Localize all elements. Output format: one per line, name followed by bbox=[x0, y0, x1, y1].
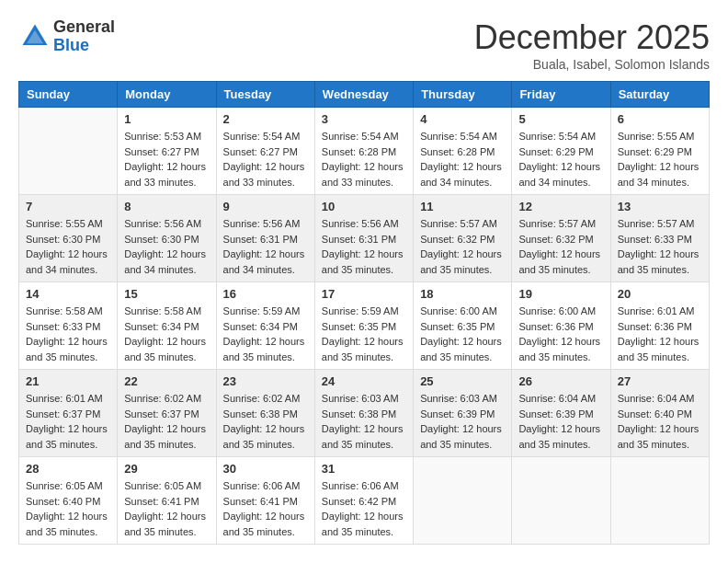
calendar-day-cell: 14Sunrise: 5:58 AMSunset: 6:33 PMDayligh… bbox=[19, 282, 118, 370]
day-info-line: Daylight: 12 hours bbox=[124, 159, 209, 175]
day-info-line: Sunrise: 5:59 AM bbox=[223, 304, 308, 319]
day-info-line: Sunset: 6:30 PM bbox=[26, 232, 110, 247]
day-number: 25 bbox=[420, 374, 505, 388]
day-info-line: and 35 minutes. bbox=[124, 524, 209, 540]
day-number: 2 bbox=[223, 112, 308, 126]
day-header-monday: Monday bbox=[118, 82, 216, 108]
day-info: Sunrise: 5:59 AMSunset: 6:35 PMDaylight:… bbox=[322, 304, 406, 364]
calendar-day-cell: 2Sunrise: 5:54 AMSunset: 6:27 PMDaylight… bbox=[216, 108, 314, 195]
day-number: 6 bbox=[618, 112, 702, 126]
day-info-line: Sunset: 6:32 PM bbox=[420, 232, 505, 247]
day-info: Sunrise: 5:58 AMSunset: 6:34 PMDaylight:… bbox=[124, 304, 209, 364]
day-info-line: Sunrise: 5:57 AM bbox=[420, 216, 505, 232]
calendar-day-cell: 7Sunrise: 5:55 AMSunset: 6:30 PMDaylight… bbox=[19, 195, 118, 282]
day-info-line: Sunset: 6:35 PM bbox=[420, 319, 505, 335]
day-info-line: Sunset: 6:31 PM bbox=[322, 232, 406, 247]
day-info-line: Sunrise: 5:57 AM bbox=[518, 216, 603, 232]
day-info-line: and 34 minutes. bbox=[26, 262, 110, 278]
day-info-line: Sunrise: 5:54 AM bbox=[223, 129, 308, 144]
calendar-day-cell: 28Sunrise: 6:05 AMSunset: 6:40 PMDayligh… bbox=[19, 457, 118, 545]
day-info-line: Sunrise: 5:56 AM bbox=[124, 216, 209, 232]
day-info-line: Sunrise: 5:55 AM bbox=[26, 216, 110, 232]
day-info-line: and 35 minutes. bbox=[420, 350, 505, 365]
calendar-day-cell: 11Sunrise: 5:57 AMSunset: 6:32 PMDayligh… bbox=[414, 195, 512, 282]
day-info-line: and 35 minutes. bbox=[223, 350, 308, 365]
day-info-line: Sunset: 6:35 PM bbox=[322, 319, 406, 335]
day-info-line: Sunrise: 6:01 AM bbox=[26, 391, 110, 407]
day-info-line: and 35 minutes. bbox=[223, 524, 308, 540]
day-info: Sunrise: 6:05 AMSunset: 6:41 PMDaylight:… bbox=[124, 478, 209, 539]
day-number: 1 bbox=[124, 112, 209, 126]
day-info-line: Daylight: 12 hours bbox=[322, 247, 406, 262]
day-info-line: Sunrise: 6:04 AM bbox=[618, 391, 702, 407]
day-info-line: and 35 minutes. bbox=[322, 350, 406, 365]
day-header-wednesday: Wednesday bbox=[314, 82, 413, 108]
day-info-line: Daylight: 12 hours bbox=[124, 509, 209, 524]
day-info: Sunrise: 6:01 AMSunset: 6:37 PMDaylight:… bbox=[26, 391, 110, 452]
day-info-line: Sunrise: 5:58 AM bbox=[26, 304, 110, 319]
day-header-sunday: Sunday bbox=[19, 82, 118, 108]
day-info-line: and 35 minutes. bbox=[618, 350, 702, 365]
day-info-line: and 35 minutes. bbox=[26, 524, 110, 540]
calendar-day-cell: 23Sunrise: 6:02 AMSunset: 6:38 PMDayligh… bbox=[216, 370, 314, 457]
day-info-line: Sunrise: 6:02 AM bbox=[124, 391, 209, 407]
day-info-line: and 35 minutes. bbox=[618, 437, 702, 453]
day-info: Sunrise: 5:54 AMSunset: 6:29 PMDaylight:… bbox=[518, 129, 603, 190]
calendar-day-cell: 16Sunrise: 5:59 AMSunset: 6:34 PMDayligh… bbox=[216, 282, 314, 370]
day-info: Sunrise: 6:03 AMSunset: 6:39 PMDaylight:… bbox=[420, 391, 505, 452]
day-number: 12 bbox=[518, 200, 603, 213]
day-info-line: Sunset: 6:29 PM bbox=[518, 144, 603, 160]
day-info-line: Sunset: 6:29 PM bbox=[618, 144, 702, 160]
day-info-line: Sunrise: 6:06 AM bbox=[223, 478, 308, 494]
calendar-day-cell: 30Sunrise: 6:06 AMSunset: 6:41 PMDayligh… bbox=[216, 457, 314, 545]
day-info: Sunrise: 5:59 AMSunset: 6:34 PMDaylight:… bbox=[223, 304, 308, 364]
day-number: 8 bbox=[124, 200, 209, 213]
calendar-day-cell: 10Sunrise: 5:56 AMSunset: 6:31 PMDayligh… bbox=[314, 195, 413, 282]
day-info-line: and 35 minutes. bbox=[322, 437, 406, 453]
day-info-line: Daylight: 12 hours bbox=[618, 334, 702, 350]
day-info-line: Daylight: 12 hours bbox=[322, 509, 406, 524]
location-subtitle: Buala, Isabel, Solomon Islands bbox=[474, 57, 710, 72]
day-info-line: Sunset: 6:41 PM bbox=[223, 494, 308, 510]
calendar-day-cell bbox=[414, 457, 512, 545]
day-number: 17 bbox=[322, 287, 406, 301]
day-info-line: Sunset: 6:30 PM bbox=[124, 232, 209, 247]
day-number: 31 bbox=[322, 462, 406, 476]
day-info-line: Daylight: 12 hours bbox=[223, 159, 308, 175]
day-info-line: Sunset: 6:32 PM bbox=[518, 232, 603, 247]
day-info-line: and 34 minutes. bbox=[223, 262, 308, 278]
calendar-day-cell: 24Sunrise: 6:03 AMSunset: 6:38 PMDayligh… bbox=[314, 370, 413, 457]
day-info-line: Daylight: 12 hours bbox=[518, 421, 603, 437]
day-info-line: Sunset: 6:42 PM bbox=[322, 494, 406, 510]
day-info: Sunrise: 6:04 AMSunset: 6:40 PMDaylight:… bbox=[618, 391, 702, 452]
day-header-tuesday: Tuesday bbox=[216, 82, 314, 108]
day-info-line: Sunset: 6:34 PM bbox=[223, 319, 308, 335]
day-info-line: Sunrise: 6:02 AM bbox=[223, 391, 308, 407]
calendar-table: SundayMondayTuesdayWednesdayThursdayFrid… bbox=[18, 81, 710, 545]
day-number: 27 bbox=[618, 374, 702, 388]
day-info-line: Sunrise: 6:01 AM bbox=[618, 304, 702, 319]
day-info-line: and 35 minutes. bbox=[223, 437, 308, 453]
day-info-line: Sunset: 6:31 PM bbox=[223, 232, 308, 247]
day-info-line: Sunrise: 5:58 AM bbox=[124, 304, 209, 319]
day-info-line: Sunset: 6:34 PM bbox=[124, 319, 209, 335]
day-number: 7 bbox=[26, 200, 110, 213]
day-info: Sunrise: 5:57 AMSunset: 6:33 PMDaylight:… bbox=[618, 216, 702, 277]
calendar-day-cell bbox=[19, 108, 118, 195]
day-info-line: Sunrise: 6:03 AM bbox=[420, 391, 505, 407]
calendar-week-row: 7Sunrise: 5:55 AMSunset: 6:30 PMDaylight… bbox=[19, 195, 710, 282]
day-info: Sunrise: 5:54 AMSunset: 6:28 PMDaylight:… bbox=[322, 129, 406, 190]
day-number: 16 bbox=[223, 287, 308, 301]
calendar-day-cell bbox=[610, 457, 709, 545]
day-info: Sunrise: 6:00 AMSunset: 6:35 PMDaylight:… bbox=[420, 304, 505, 364]
day-number: 18 bbox=[420, 287, 505, 301]
day-number: 21 bbox=[26, 374, 110, 388]
calendar-day-cell: 6Sunrise: 5:55 AMSunset: 6:29 PMDaylight… bbox=[610, 108, 709, 195]
day-number: 26 bbox=[518, 374, 603, 388]
calendar-day-cell: 21Sunrise: 6:01 AMSunset: 6:37 PMDayligh… bbox=[19, 370, 118, 457]
day-number: 28 bbox=[26, 462, 110, 476]
day-info: Sunrise: 5:53 AMSunset: 6:27 PMDaylight:… bbox=[124, 129, 209, 190]
day-number: 13 bbox=[618, 200, 702, 213]
calendar-day-cell: 5Sunrise: 5:54 AMSunset: 6:29 PMDaylight… bbox=[512, 108, 610, 195]
day-info-line: and 35 minutes. bbox=[322, 262, 406, 278]
